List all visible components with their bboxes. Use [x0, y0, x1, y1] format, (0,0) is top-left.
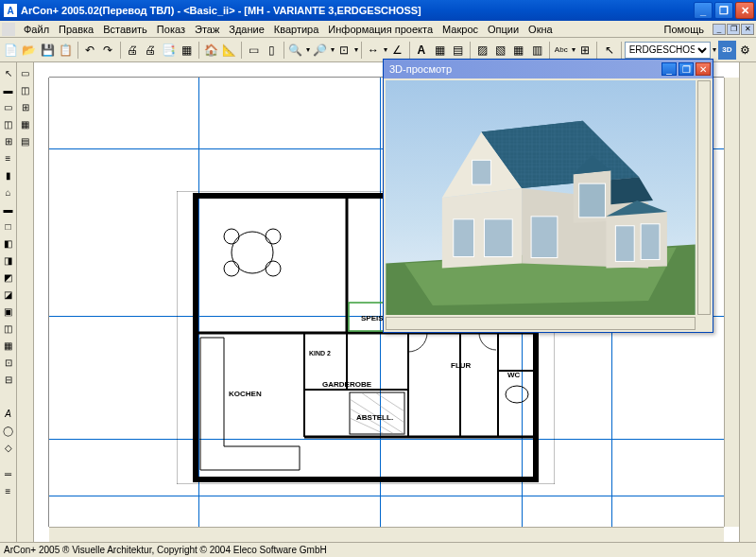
lt-text2[interactable]: A	[1, 406, 16, 421]
tb-zoom-dd[interactable]: ▾	[306, 45, 310, 54]
lt2-1[interactable]: ▭	[18, 65, 33, 80]
svg-point-14	[266, 229, 281, 244]
preview-maximize-button[interactable]: ❐	[679, 62, 694, 76]
lt2-4[interactable]: ▦	[18, 116, 33, 131]
menu-project-info[interactable]: Информация проекта	[323, 24, 438, 35]
preview-scrollbar-v[interactable]	[697, 80, 711, 315]
tb-undo[interactable]: ↶	[81, 41, 98, 60]
lt-shape1[interactable]: ◯	[1, 423, 16, 438]
left-toolbar-2: ▭ ◫ ⊞ ▦ ▤	[17, 62, 34, 542]
tb-new[interactable]: 📄	[2, 41, 19, 60]
menu-macro[interactable]: Макрос	[438, 24, 483, 35]
lt2-5[interactable]: ▤	[18, 133, 33, 148]
tb-abc-dd[interactable]: ▾	[572, 45, 576, 54]
floor-select[interactable]: ERDGESCHOSS	[625, 42, 711, 59]
lt-stairs[interactable]: ≡	[1, 150, 16, 165]
tb-hatch2[interactable]: ▧	[491, 41, 508, 60]
tb-dim[interactable]: ↔	[365, 41, 382, 60]
tb-redo[interactable]: ↷	[99, 41, 116, 60]
lt-obj6[interactable]: ◫	[1, 321, 16, 336]
menu-windows[interactable]: Окна	[524, 24, 558, 35]
tb-zoom-out-dd[interactable]: ▾	[331, 45, 335, 54]
tb-angle[interactable]: ∠	[388, 41, 405, 60]
lt-measure[interactable]: ═	[1, 466, 16, 481]
tb-grid2[interactable]: ▤	[450, 41, 467, 60]
tb-fit-dd[interactable]: ▾	[354, 45, 358, 54]
tb-settings[interactable]: ⚙	[737, 41, 754, 60]
lt-slab[interactable]: ▬	[1, 201, 16, 217]
mdi-minimize-button[interactable]: _	[713, 24, 726, 35]
tb-arrow-tool[interactable]: ↖	[600, 41, 617, 60]
lt-door[interactable]: ◫	[1, 116, 16, 131]
tb-save[interactable]: 💾	[39, 41, 56, 60]
preview-titlebar[interactable]: 3D-просмотр _ ❐ ✕	[384, 60, 713, 78]
scrollbar-vertical[interactable]	[724, 78, 739, 527]
mdi-restore-button[interactable]: ❐	[727, 24, 740, 35]
menu-file[interactable]: Файл	[19, 24, 54, 35]
tb-win[interactable]: ▭	[245, 41, 262, 60]
menu-options[interactable]: Опции	[483, 24, 524, 35]
tb-3d2[interactable]: 📐	[221, 41, 238, 60]
tb-print[interactable]: 🖨	[123, 41, 140, 60]
guide-line[interactable]	[49, 496, 724, 496]
tb-hatch1[interactable]: ▨	[473, 41, 490, 60]
tb-3d-mode[interactable]: 3D	[718, 41, 735, 60]
tb-3d[interactable]: 🏠	[202, 41, 219, 60]
lt-select[interactable]: ↖	[1, 65, 16, 80]
close-button[interactable]: ✕	[735, 2, 754, 19]
lt-room[interactable]: □	[1, 218, 16, 234]
lt-roof[interactable]: ⌂	[1, 184, 16, 200]
maximize-button[interactable]: ❐	[714, 2, 733, 19]
lt-wall[interactable]: ▬	[1, 82, 16, 97]
preview-minimize-button[interactable]: _	[662, 62, 677, 76]
menu-floor[interactable]: Этаж	[190, 24, 224, 35]
tb-win2[interactable]: ▯	[263, 41, 280, 60]
lt-obj9[interactable]: ⊟	[1, 372, 16, 387]
menu-edit[interactable]: Правка	[54, 24, 98, 35]
menu-apartment[interactable]: Квартира	[269, 24, 324, 35]
menu-help[interactable]: Помощь	[660, 24, 710, 35]
preview-scrollbar-h[interactable]	[386, 317, 696, 330]
tb-text[interactable]: A	[413, 41, 430, 60]
menu-building[interactable]: Здание	[224, 24, 269, 35]
scrollbar-horizontal[interactable]	[49, 527, 724, 542]
tb-print2[interactable]: 🖨	[142, 41, 159, 60]
tb-open[interactable]: 📂	[20, 41, 37, 60]
tb-hatch4[interactable]: ▥	[528, 41, 545, 60]
tb-misc1[interactable]: ⊞	[576, 41, 593, 60]
lt-obj3[interactable]: ◩	[1, 270, 16, 285]
tb-hatch3[interactable]: ▦	[510, 41, 527, 60]
preview-3d-canvas[interactable]	[386, 80, 696, 315]
tb-grid[interactable]: ▦	[431, 41, 448, 60]
lt-obj2[interactable]: ◨	[1, 252, 16, 268]
lt-measure2[interactable]: ≡	[1, 483, 16, 498]
lt-shape2[interactable]: ◇	[1, 440, 16, 455]
tb-dim-dd[interactable]: ▾	[384, 45, 387, 54]
lt-obj4[interactable]: ◪	[1, 287, 16, 302]
lt-obj7[interactable]: ▦	[1, 338, 16, 353]
mdi-close-button[interactable]: ✕	[741, 24, 754, 35]
lt-obj5[interactable]: ▣	[1, 304, 16, 319]
tb-save2[interactable]: 📋	[57, 41, 74, 60]
svg-rect-38	[472, 160, 491, 184]
menu-view[interactable]: Показ	[152, 24, 190, 35]
lt2-2[interactable]: ◫	[18, 82, 33, 97]
lt-window[interactable]: ⊞	[1, 133, 16, 148]
tb-abc[interactable]: Abc	[553, 41, 570, 60]
preview-close-button[interactable]: ✕	[696, 62, 711, 76]
lt-column[interactable]: ▮	[1, 167, 16, 183]
tb-layers[interactable]: ▦	[179, 41, 196, 60]
lt-obj1[interactable]: ◧	[1, 235, 16, 251]
floor-dd[interactable]: ▾	[713, 45, 716, 54]
lt2-3[interactable]: ⊞	[18, 99, 33, 114]
tb-print3[interactable]: 📑	[160, 41, 177, 60]
menu-insert[interactable]: Вставить	[98, 24, 152, 35]
tb-fit[interactable]: ⊡	[335, 41, 352, 60]
tb-zoom-in[interactable]: 🔍	[287, 41, 304, 60]
lt-wall2[interactable]: ▭	[1, 99, 16, 114]
lt-obj8[interactable]: ⊡	[1, 355, 16, 370]
preview-window[interactable]: 3D-просмотр _ ❐ ✕	[383, 59, 713, 333]
svg-rect-30	[579, 183, 606, 218]
tb-zoom-out[interactable]: 🔎	[311, 41, 328, 60]
minimize-button[interactable]: _	[694, 2, 713, 19]
